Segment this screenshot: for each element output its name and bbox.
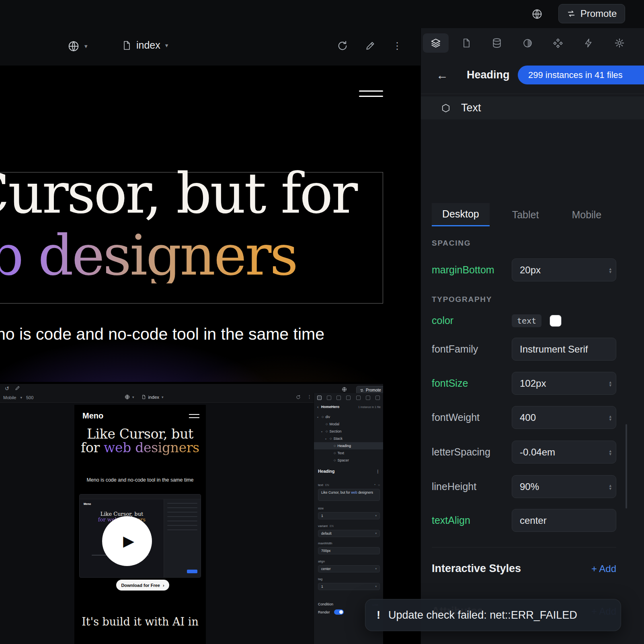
size-select[interactable]: 1▾ (318, 512, 380, 519)
layer-node-heading[interactable]: ◇Heading (314, 442, 383, 449)
database-tab-icon[interactable] (484, 33, 510, 53)
layer-node-modal[interactable]: ◇Modal (314, 420, 383, 428)
stepper-icons[interactable]: ▴▾ (609, 483, 611, 490)
layer-node-stack[interactable]: ▾◇Stack (314, 435, 383, 442)
page-selector[interactable]: index ▾ (142, 395, 164, 400)
stepper-icons[interactable]: ▴▾ (609, 414, 611, 421)
property-label[interactable]: fontWeight (432, 412, 480, 423)
layer-node-text[interactable]: ◇Text (314, 449, 383, 457)
localize-icon[interactable]: ○ (378, 483, 380, 487)
layer-node-spacer[interactable]: ◇Spacer (314, 457, 383, 464)
actions-tab-icon[interactable] (366, 396, 370, 400)
site-logo[interactable]: Meno (82, 411, 103, 420)
components-tab-icon[interactable] (356, 396, 361, 400)
page-icon (142, 395, 146, 399)
hero-subtext[interactable]: Meno is code and no-code tool in the sam… (0, 325, 324, 344)
letterSpacing-input[interactable]: -0.04em ▴▾ (512, 441, 616, 464)
pages-tab-icon[interactable] (453, 33, 479, 53)
property-row-marginBottom: marginBottom 20px ▴▾ (432, 258, 616, 281)
add-interactive-style-button[interactable]: + Add (591, 563, 616, 574)
locale-dropdown[interactable]: ▾ (68, 40, 88, 52)
page-selector[interactable]: index ▾ (122, 39, 168, 51)
fontSize-input[interactable]: 102px ▴▾ (512, 372, 616, 395)
tag-select[interactable]: 1▾ (318, 583, 380, 590)
condition-label: Condition (318, 602, 333, 606)
sparkle-icon[interactable]: * (374, 483, 375, 487)
play-button[interactable]: ▶ (102, 516, 152, 566)
scrollbar[interactable] (626, 424, 627, 509)
layer-node-div[interactable]: ▾◇div (314, 413, 383, 420)
download-cta-button[interactable]: Download for Free › (116, 580, 169, 591)
hero-heading-line2[interactable]: web designers (0, 228, 297, 283)
back-icon[interactable]: ← (436, 68, 448, 82)
property-label[interactable]: fontFamily (432, 343, 478, 355)
settings-tab-icon[interactable] (607, 33, 632, 53)
textAlign-input[interactable]: center (512, 509, 616, 532)
tab-mobile[interactable]: Mobile (561, 203, 612, 226)
hamburger-menu-icon[interactable] (189, 414, 199, 420)
diamond-icon: ◇ (334, 459, 336, 462)
globe-icon (68, 40, 80, 52)
property-label[interactable]: letterSpacing (432, 446, 490, 458)
color-token-chip[interactable]: text (512, 314, 541, 327)
nested-breadcrumb[interactable]: ‹ HomeHero 1 instance in 1 file (317, 404, 381, 409)
kebab-menu-icon[interactable]: ⋮ (376, 469, 380, 474)
theme-tab-icon[interactable] (346, 396, 351, 400)
fontFamily-input[interactable]: Instrument Serif (512, 338, 616, 361)
data-tab-icon[interactable] (336, 396, 341, 400)
refresh-icon[interactable] (296, 395, 301, 400)
variant-select[interactable]: default▾ (318, 530, 380, 537)
node-title-row: Heading ⋮ (318, 469, 380, 474)
layers-tab-icon[interactable] (423, 33, 449, 53)
property-label[interactable]: color (432, 315, 453, 326)
refresh-icon[interactable] (337, 40, 348, 51)
pages-tab-icon[interactable] (327, 396, 331, 400)
layer-label: Section (329, 429, 341, 433)
tab-tablet[interactable]: Tablet (502, 203, 550, 226)
undo-icon[interactable]: ↺ (5, 386, 9, 392)
layer-label: Modal (329, 422, 339, 426)
stepper-icons[interactable]: ▴▾ (609, 449, 611, 455)
viewport-selector[interactable]: Mobile ▾ 500 (3, 395, 33, 400)
kebab-menu-icon[interactable]: ⋮ (392, 40, 402, 51)
pen-icon[interactable] (365, 41, 375, 51)
layers-tab-icon[interactable] (317, 396, 322, 400)
error-toast[interactable]: ! Update check failed: net::ERR_FAILED (365, 599, 621, 631)
align-select[interactable]: center▾ (318, 565, 380, 572)
component-row-text[interactable]: Text (421, 96, 644, 119)
instances-badge[interactable]: 299 instances in 41 files (518, 66, 644, 84)
property-label[interactable]: textAlign (432, 515, 470, 526)
maxwidth-input[interactable]: 700px (318, 547, 380, 554)
tab-desktop[interactable]: Desktop (432, 203, 490, 226)
components-tab-icon[interactable] (545, 33, 571, 53)
globe-icon[interactable] (342, 387, 347, 392)
property-label[interactable]: fontSize (432, 377, 468, 389)
text-field[interactable]: Like Cursor, but for web designers (318, 489, 380, 501)
stepper-icons[interactable]: ▴▾ (609, 380, 611, 387)
layer-node-section[interactable]: ▾◇Section (314, 428, 383, 435)
hero-heading-line1[interactable]: Like Cursor, but for (0, 166, 356, 222)
property-row-lineHeight: lineHeight 90% ▴▾ (432, 475, 616, 498)
globe-icon[interactable] (531, 8, 543, 20)
pen-icon[interactable] (15, 386, 20, 391)
chevron-down-icon: ▾ (375, 567, 377, 570)
hexagon-icon (441, 103, 451, 113)
color-swatch[interactable] (550, 315, 562, 327)
settings-tab-icon[interactable] (375, 396, 380, 400)
fontWeight-input[interactable]: 400 ▴▾ (512, 406, 616, 429)
render-toggle[interactable] (334, 609, 344, 615)
field-label-tag: tag (318, 577, 380, 581)
hamburger-menu-icon[interactable] (359, 90, 383, 101)
mobile-hero-heading[interactable]: Like Cursor, but for web designers (74, 427, 206, 455)
caret-right-icon: › (163, 583, 164, 588)
locale-dropdown[interactable]: ▾ (125, 394, 134, 400)
theme-tab-icon[interactable] (515, 33, 540, 53)
property-label[interactable]: lineHeight (432, 481, 476, 492)
lineHeight-input[interactable]: 90% ▴▾ (512, 475, 616, 498)
kebab-menu-icon[interactable]: ⋮ (307, 394, 312, 400)
property-label[interactable]: marginBottom (432, 264, 494, 276)
stepper-icons[interactable]: ▴▾ (609, 267, 611, 273)
actions-tab-icon[interactable] (576, 33, 601, 53)
marginBottom-input[interactable]: 20px ▴▾ (512, 258, 616, 281)
promote-button[interactable]: Promote (558, 4, 625, 23)
